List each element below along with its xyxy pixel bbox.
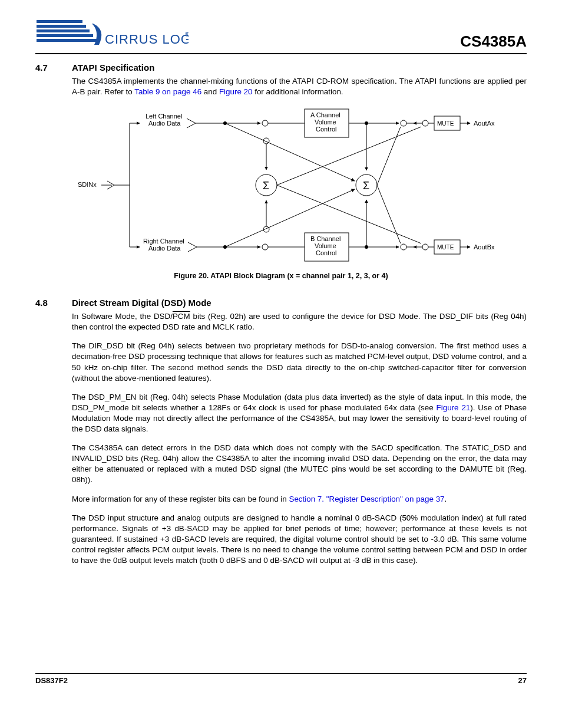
section-4-8-paragraph-1: In Software Mode, the DSD/PCM bits (Reg.… bbox=[72, 311, 527, 332]
svg-line-53 bbox=[377, 185, 401, 243]
section-number: 4.8 bbox=[35, 298, 72, 308]
section-4-7-paragraph-1: The CS4385A implements the channel-mixin… bbox=[72, 76, 527, 97]
label-aoutbx: AoutBx bbox=[474, 243, 495, 251]
footer-doc-id: DS837F2 bbox=[35, 676, 68, 685]
svg-rect-0 bbox=[37, 20, 82, 23]
text: More information for any of these regist… bbox=[72, 495, 289, 503]
text-overline-pcm: PCM bbox=[173, 312, 190, 321]
svg-point-35 bbox=[401, 244, 406, 250]
section-4-8-heading: 4.8 Direct Stream Digital (DSD) Mode bbox=[35, 298, 527, 308]
svg-point-18 bbox=[401, 120, 406, 126]
label-mute-b: MUTE bbox=[437, 244, 454, 251]
text: and bbox=[201, 87, 219, 96]
sigma-left: Σ bbox=[263, 180, 269, 192]
label-b-channel-volume: B ChannelVolumeControl bbox=[310, 235, 340, 256]
logo-mark: ® bbox=[185, 31, 189, 38]
label-mute-a: MUTE bbox=[437, 120, 454, 127]
footer-page-number: 27 bbox=[518, 676, 527, 685]
label-sdinx: SDINx bbox=[78, 181, 97, 188]
text: . bbox=[445, 495, 447, 503]
label-right-channel: Right ChannelAudio Data bbox=[143, 238, 184, 252]
label-a-channel-volume: A ChannelVolumeControl bbox=[310, 111, 340, 133]
svg-point-21 bbox=[422, 120, 428, 126]
link-table-9[interactable]: Table 9 on page 46 bbox=[134, 87, 201, 96]
svg-line-52 bbox=[377, 127, 401, 185]
svg-rect-2 bbox=[37, 29, 90, 32]
section-4-8-paragraph-3: The DSD_PM_EN bit (Reg. 04h) selects Pha… bbox=[72, 392, 527, 434]
logo-text: CIRRUS LOGIC bbox=[105, 32, 189, 47]
svg-point-38 bbox=[422, 244, 428, 250]
text: for additional information. bbox=[252, 87, 343, 96]
link-figure-21[interactable]: Figure 21 bbox=[437, 403, 471, 412]
page-header: CIRRUS LOGIC ® CS4385A bbox=[35, 18, 527, 54]
section-title: Direct Stream Digital (DSD) Mode bbox=[72, 298, 211, 308]
label-left-channel: Left ChannelAudio Data bbox=[146, 113, 182, 127]
text: In Software Mode, the DSD/ bbox=[72, 312, 173, 321]
section-title: ATAPI Specification bbox=[72, 62, 154, 73]
figure-20-caption: Figure 20. ATAPI Block Diagram (x = chan… bbox=[35, 272, 527, 280]
sigma-right: Σ bbox=[363, 180, 369, 192]
figure-20-diagram: SDINx Left ChannelAudio Data A ChannelVo… bbox=[72, 106, 527, 267]
svg-point-29 bbox=[262, 244, 268, 250]
label-aoutax: AoutAx bbox=[474, 120, 495, 127]
logo: CIRRUS LOGIC ® bbox=[35, 18, 189, 51]
section-number: 4.7 bbox=[35, 62, 72, 73]
svg-rect-1 bbox=[37, 25, 86, 28]
part-number: CS4385A bbox=[460, 32, 527, 51]
section-4-8-paragraph-4: The CS4385A can detect errors in the DSD… bbox=[72, 443, 527, 485]
page-footer: DS837F2 27 bbox=[35, 673, 527, 685]
section-4-8-paragraph-2: The DIR_DSD bit (Reg 04h) selects betwee… bbox=[72, 341, 527, 383]
svg-point-12 bbox=[262, 120, 268, 126]
svg-rect-4 bbox=[37, 39, 97, 42]
svg-rect-3 bbox=[37, 34, 93, 37]
section-4-8-paragraph-5: More information for any of these regist… bbox=[72, 494, 527, 505]
link-section-7[interactable]: Section 7. "Register Description" on pag… bbox=[289, 495, 444, 503]
cirrus-logic-logo-icon: CIRRUS LOGIC ® bbox=[35, 18, 189, 51]
section-4-8-paragraph-6: The DSD input structure and analog outpu… bbox=[72, 513, 527, 566]
link-figure-20[interactable]: Figure 20 bbox=[219, 87, 253, 96]
section-4-7-heading: 4.7 ATAPI Specification bbox=[35, 62, 527, 73]
